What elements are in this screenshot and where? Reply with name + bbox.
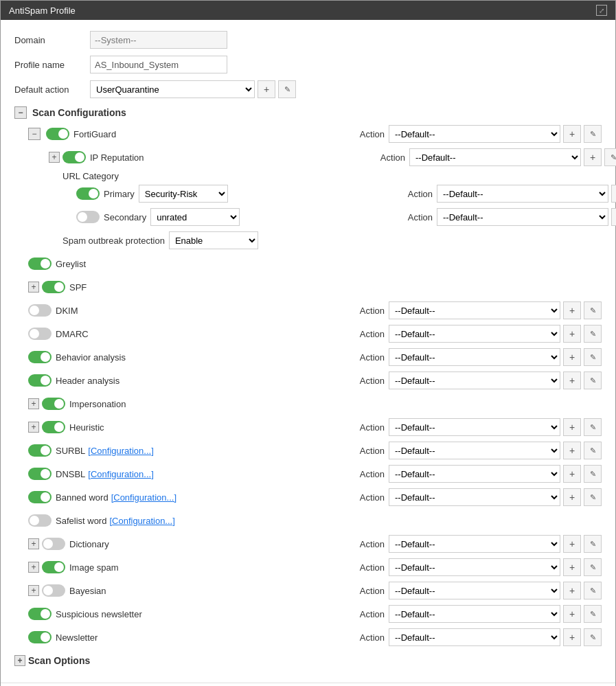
- newsletter-toggle[interactable]: [28, 631, 52, 643]
- impersonation-expand[interactable]: +: [28, 398, 39, 409]
- image-spam-toggle[interactable]: [42, 561, 65, 573]
- scan-options-expand[interactable]: +: [14, 655, 25, 666]
- dnsbl-action-select[interactable]: --Default--Discard: [389, 465, 560, 483]
- heuristic-expand[interactable]: +: [28, 422, 39, 433]
- secondary-add-button[interactable]: +: [611, 208, 616, 226]
- suspicious-newsletter-add-button[interactable]: +: [563, 605, 581, 623]
- spam-outbreak-select[interactable]: EnableDisable: [169, 231, 258, 249]
- dictionary-edit-button[interactable]: ✎: [584, 535, 602, 553]
- bayesian-expand[interactable]: +: [28, 585, 39, 596]
- ip-reputation-edit-button[interactable]: ✎: [604, 148, 616, 166]
- secondary-action-select[interactable]: --Default--Discard: [437, 208, 608, 226]
- primary-add-button[interactable]: +: [611, 185, 616, 203]
- behavior-analysis-action-row: Action --Default--Discard + ✎: [360, 348, 602, 366]
- bayesian-edit-button[interactable]: ✎: [584, 582, 602, 599]
- secondary-toggle[interactable]: [76, 211, 100, 223]
- ip-reputation-toggle[interactable]: [62, 151, 86, 163]
- heuristic-add-button[interactable]: +: [563, 418, 581, 436]
- surbl-toggle[interactable]: [28, 444, 52, 457]
- domain-row: Domain: [14, 31, 602, 49]
- dkim-add-button[interactable]: +: [563, 301, 581, 319]
- dnsbl-toggle[interactable]: [28, 468, 52, 480]
- secondary-select[interactable]: unratedSecurity-RiskPhishing: [150, 208, 240, 226]
- dictionary-toggle[interactable]: [42, 538, 65, 550]
- bayesian-action-select[interactable]: --Default--Discard: [389, 582, 560, 599]
- surbl-label: SURBL: [56, 446, 85, 456]
- default-action-select[interactable]: UserQuarantine Discard Tag: [90, 80, 255, 98]
- fortiguard-add-button[interactable]: +: [563, 125, 581, 143]
- banned-word-action-select[interactable]: --Default--Discard: [389, 488, 560, 506]
- banned-word-toggle[interactable]: [28, 491, 52, 503]
- expand-button[interactable]: ⤢: [596, 5, 607, 16]
- newsletter-action-row: Action --Default--Discard + ✎: [360, 628, 602, 646]
- suspicious-newsletter-toggle[interactable]: [28, 608, 52, 620]
- default-action-edit-button[interactable]: ✎: [278, 80, 296, 98]
- fortiguard-toggle[interactable]: [46, 128, 69, 140]
- primary-toggle[interactable]: [76, 187, 100, 200]
- banned-word-add-button[interactable]: +: [563, 488, 581, 506]
- dkim-edit-button[interactable]: ✎: [584, 301, 602, 319]
- bayesian-toggle[interactable]: [42, 584, 65, 597]
- safelist-word-toggle[interactable]: [28, 514, 52, 527]
- heuristic-item: + Heuristic Action --Default--Discard + …: [28, 418, 602, 437]
- dnsbl-item: DNSBL [Configuration...] Action --Defaul…: [28, 464, 602, 483]
- behavior-analysis-toggle[interactable]: [28, 351, 52, 363]
- dmarc-action-row: Action --Default--Discard + ✎: [360, 325, 602, 343]
- newsletter-action-select[interactable]: --Default--Discard: [389, 628, 560, 646]
- fortiguard-edit-button[interactable]: ✎: [584, 125, 602, 143]
- behavior-analysis-edit-button[interactable]: ✎: [584, 348, 602, 366]
- behavior-analysis-add-button[interactable]: +: [563, 348, 581, 366]
- titlebar: AntiSpam Profile ⤢: [1, 1, 615, 20]
- ip-reputation-add-button[interactable]: +: [584, 148, 602, 166]
- dmarc-action-select[interactable]: --Default--Discard: [389, 325, 560, 343]
- dmarc-add-button[interactable]: +: [563, 325, 581, 343]
- primary-select[interactable]: Security-RiskunratedPhishing: [139, 185, 228, 203]
- header-analysis-add-button[interactable]: +: [563, 371, 581, 389]
- newsletter-edit-button[interactable]: ✎: [584, 628, 602, 646]
- impersonation-toggle[interactable]: [42, 398, 65, 410]
- surbl-config-link[interactable]: [Configuration...]: [88, 446, 153, 456]
- profile-name-input[interactable]: [90, 56, 227, 73]
- header-analysis-edit-button[interactable]: ✎: [584, 371, 602, 389]
- dmarc-toggle[interactable]: [28, 328, 52, 340]
- image-spam-action-select[interactable]: --Default--Discard: [389, 558, 560, 576]
- image-spam-add-button[interactable]: +: [563, 558, 581, 576]
- header-analysis-action-select[interactable]: --Default--Discard: [389, 371, 560, 389]
- heuristic-toggle[interactable]: [42, 421, 65, 433]
- dictionary-add-button[interactable]: +: [563, 535, 581, 553]
- heuristic-action-select[interactable]: --Default--Discard: [389, 418, 560, 436]
- surbl-edit-button[interactable]: ✎: [584, 442, 602, 459]
- spf-toggle[interactable]: [42, 281, 65, 293]
- dkim-toggle[interactable]: [28, 304, 52, 317]
- image-spam-edit-button[interactable]: ✎: [584, 558, 602, 576]
- surbl-add-button[interactable]: +: [563, 442, 581, 459]
- ip-reputation-action-select[interactable]: --Default--Discard: [409, 148, 581, 166]
- dmarc-edit-button[interactable]: ✎: [584, 325, 602, 343]
- dnsbl-edit-button[interactable]: ✎: [584, 465, 602, 483]
- banned-word-edit-button[interactable]: ✎: [584, 488, 602, 506]
- fortiguard-collapse[interactable]: −: [28, 128, 41, 140]
- behavior-analysis-action-select[interactable]: --Default--Discard: [389, 348, 560, 366]
- image-spam-expand[interactable]: +: [28, 562, 39, 573]
- safelist-word-config-link[interactable]: [Configuration...]: [109, 516, 174, 526]
- dkim-action-select[interactable]: --Default--Discard: [389, 301, 560, 319]
- primary-action-select[interactable]: --Default--Discard: [437, 185, 608, 203]
- dictionary-expand[interactable]: +: [28, 538, 39, 549]
- spf-expand[interactable]: +: [28, 282, 39, 293]
- banned-word-config-link[interactable]: [Configuration...]: [111, 492, 176, 503]
- dictionary-action-select[interactable]: --Default--Discard: [389, 535, 560, 553]
- default-action-add-button[interactable]: +: [258, 80, 275, 98]
- heuristic-edit-button[interactable]: ✎: [584, 418, 602, 436]
- header-analysis-toggle[interactable]: [28, 374, 52, 387]
- scan-configurations-collapse[interactable]: −: [14, 106, 27, 119]
- fortiguard-action-select[interactable]: --Default--DiscardTag: [389, 125, 560, 143]
- dnsbl-add-button[interactable]: +: [563, 465, 581, 483]
- newsletter-add-button[interactable]: +: [563, 628, 581, 646]
- dnsbl-config-link[interactable]: [Configuration...]: [88, 469, 153, 479]
- bayesian-add-button[interactable]: +: [563, 582, 581, 599]
- greylist-toggle[interactable]: [28, 258, 52, 270]
- ip-reputation-expand[interactable]: +: [49, 152, 60, 163]
- suspicious-newsletter-edit-button[interactable]: ✎: [584, 605, 602, 623]
- surbl-action-select[interactable]: --Default--Discard: [389, 442, 560, 459]
- suspicious-newsletter-action-select[interactable]: --Default--Discard: [389, 605, 560, 623]
